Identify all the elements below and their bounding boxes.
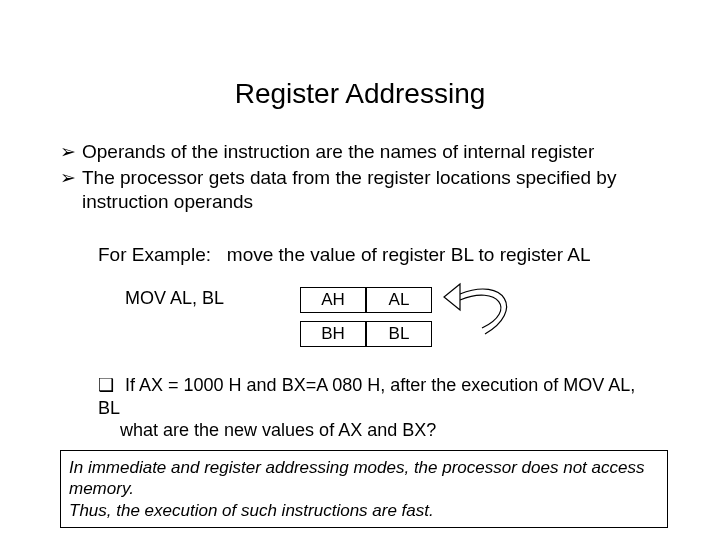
register-table: AH AL BH BL xyxy=(300,279,432,355)
reg-cell-bh: BH xyxy=(300,321,366,347)
assembly-instruction: MOV AL, BL xyxy=(125,288,224,309)
example-text: move the value of register BL to registe… xyxy=(227,244,591,265)
bullet-item: ➢ The processor gets data from the regis… xyxy=(60,166,670,214)
reg-cell-ah: AH xyxy=(300,287,366,313)
slide: Register Addressing ➢ Operands of the in… xyxy=(0,0,720,540)
example-line: For Example: move the value of register … xyxy=(98,244,590,266)
arrow-bullet-icon: ➢ xyxy=(60,140,76,164)
reg-cell-al: AL xyxy=(366,287,432,313)
note-line: In immediate and register addressing mod… xyxy=(69,457,659,500)
question-block: ❑ If AX = 1000 H and BX=A 080 H, after t… xyxy=(98,374,658,442)
note-box: In immediate and register addressing mod… xyxy=(60,450,668,528)
arrow-bullet-icon: ➢ xyxy=(60,166,76,214)
bullet-list: ➢ Operands of the instruction are the na… xyxy=(60,140,670,215)
table-row: AH AL xyxy=(300,287,432,313)
table-row: BH BL xyxy=(300,321,432,347)
reg-cell-bl: BL xyxy=(366,321,432,347)
bullet-text: The processor gets data from the registe… xyxy=(82,166,670,214)
bullet-item: ➢ Operands of the instruction are the na… xyxy=(60,140,670,164)
example-label: For Example: xyxy=(98,244,211,265)
bullet-text: Operands of the instruction are the name… xyxy=(82,140,594,164)
question-line-1: ❑ If AX = 1000 H and BX=A 080 H, after t… xyxy=(98,374,658,419)
note-line: Thus, the execution of such instructions… xyxy=(69,500,659,521)
question-text: If AX = 1000 H and BX=A 080 H, after the… xyxy=(98,375,635,418)
question-line-2: what are the new values of AX and BX? xyxy=(98,419,658,442)
slide-title: Register Addressing xyxy=(0,78,720,110)
curved-arrow-icon xyxy=(440,276,530,346)
square-bullet-icon: ❑ xyxy=(98,375,114,395)
svg-marker-0 xyxy=(444,284,460,310)
